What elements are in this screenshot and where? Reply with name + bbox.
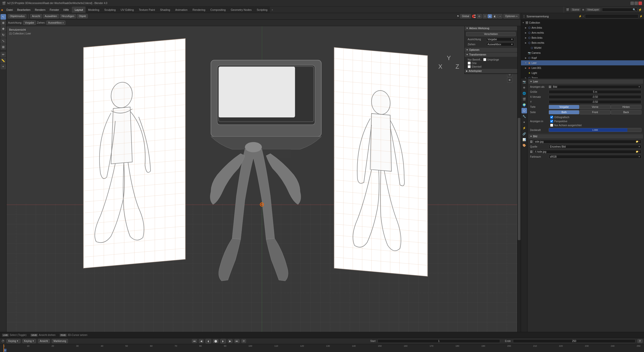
tiefe-hinten[interactable]: Hinten bbox=[611, 105, 641, 109]
tab-animation[interactable]: Animation bbox=[173, 7, 190, 13]
auswaehlen-menu[interactable]: Auswählen bbox=[43, 14, 59, 18]
play-button[interactable]: ⏵ bbox=[220, 339, 226, 343]
tool-rotate[interactable]: ↻ bbox=[1, 32, 6, 38]
props-tab-modifiers[interactable]: 🔧 bbox=[521, 114, 527, 119]
transformieren-header[interactable]: ▼ Transformieren bbox=[465, 53, 517, 57]
props-tab-material[interactable]: 🎨 bbox=[521, 143, 527, 148]
tab-add[interactable]: + bbox=[270, 7, 274, 13]
active-tool-header[interactable]: ▼ Aktives Werkzeug bbox=[465, 26, 517, 30]
tab-shading[interactable]: Shading bbox=[157, 7, 173, 13]
props-tab-data[interactable]: 📊 bbox=[521, 137, 527, 142]
tab-compositing[interactable]: Compositing bbox=[208, 7, 228, 13]
hinzufuegen-menu[interactable]: Hinzufügen bbox=[60, 14, 76, 18]
play-reverse-button[interactable]: ⏴ bbox=[206, 339, 211, 343]
tiefe-vorne[interactable]: Vorne bbox=[580, 105, 610, 109]
tool-scale[interactable]: ⤡ bbox=[1, 38, 6, 44]
filter-icon[interactable]: ⚡ bbox=[638, 8, 642, 12]
tab-layout[interactable]: Layout bbox=[72, 7, 86, 13]
stop-button[interactable]: ⬤ bbox=[213, 339, 218, 343]
prev-frame-button[interactable]: ◀ bbox=[199, 339, 204, 343]
tree-item-bein-links[interactable]: ▶ ⬡ Bein-links 👁 bbox=[521, 35, 644, 40]
seite-front[interactable]: Front bbox=[580, 110, 610, 114]
outliner-sync-btn[interactable]: ↕ bbox=[583, 15, 584, 18]
elternteil-checkbox[interactable] bbox=[468, 65, 471, 68]
seite-back[interactable]: Back bbox=[611, 110, 641, 114]
props-tab-view[interactable]: 🌐 bbox=[521, 91, 527, 96]
markierung-button[interactable]: Markierung bbox=[52, 339, 68, 343]
props-tab-world[interactable]: 🌍 bbox=[521, 102, 527, 108]
wiedergabe-button[interactable]: Keying ▼ bbox=[7, 339, 20, 343]
options-menu[interactable]: Optionen » bbox=[503, 14, 519, 18]
ausrichtung-value[interactable]: Vorgabe bbox=[23, 21, 36, 25]
tab-uv-editing[interactable]: UV Editing bbox=[118, 7, 136, 13]
tab-sculpting[interactable]: Sculpting bbox=[102, 7, 118, 13]
keying-button[interactable]: Keying ▼ bbox=[22, 339, 36, 343]
props-tab-particles[interactable]: ✦ bbox=[521, 119, 527, 125]
objekt-menu[interactable]: Objekt bbox=[77, 14, 88, 18]
tree-item-torso[interactable]: ▶ ⬡ Torso 👁 bbox=[521, 75, 644, 78]
props-tab-render[interactable]: 📷 bbox=[521, 79, 527, 84]
frame-end-input[interactable]: 250 bbox=[513, 339, 635, 343]
menu-hilfe[interactable]: Hilfe bbox=[61, 8, 71, 12]
bild-section-header[interactable]: ▼ Bild bbox=[529, 134, 643, 139]
tiefe-vorgabe[interactable]: Vorgabe bbox=[549, 105, 579, 109]
browse-icon[interactable]: 📁 bbox=[636, 140, 638, 143]
achsen-checkbox[interactable] bbox=[550, 124, 553, 127]
tool-add[interactable]: + bbox=[1, 64, 6, 69]
filepath-browse-icon[interactable]: 📁 bbox=[636, 150, 638, 153]
shading-solid[interactable]: ● bbox=[488, 14, 492, 18]
outliner-filter-btn[interactable]: ⚡ bbox=[579, 15, 582, 18]
tree-item-bein-rechts[interactable]: ▶ ⬡ Bein-rechts 👁 bbox=[521, 40, 644, 45]
viewlayer-label[interactable]: ViewLayer bbox=[586, 8, 600, 11]
props-tab-output[interactable]: ⊕ bbox=[521, 85, 527, 90]
tree-item-wuerfel[interactable]: ⬡ Würfel 👁 bbox=[521, 45, 644, 50]
frame-all-button[interactable]: ⊞ bbox=[507, 77, 512, 82]
menu-bearbeiten[interactable]: Bearbeiten bbox=[15, 8, 32, 12]
deckkraft-slider[interactable]: 1.000 bbox=[549, 128, 641, 132]
frame-start-input[interactable]: 1 bbox=[378, 339, 500, 343]
tree-item-arm-links[interactable]: ▶ ⬡ Arm-links 👁 ⊕ bbox=[521, 25, 644, 30]
timeline-ansicht-button[interactable]: Ansicht bbox=[38, 339, 50, 343]
tree-item-camera[interactable]: 📷 Camera 👁 bbox=[521, 50, 644, 55]
y-input[interactable]: -0.50 bbox=[549, 100, 641, 104]
tree-item-arm-rechts[interactable]: ▶ ⬡ Arm-rechts 👁 bbox=[521, 30, 644, 35]
arbeitsplatz-header[interactable]: ▶ Arbeitsplatz bbox=[465, 69, 517, 73]
go-start-button[interactable]: ⏮ bbox=[192, 339, 197, 343]
tool-transform[interactable]: ⊞ bbox=[1, 44, 6, 50]
maximize-button[interactable] bbox=[634, 2, 638, 5]
shading-mat[interactable]: ◐ bbox=[492, 14, 498, 18]
tree-item-leer-001[interactable]: ▶ ⊕ Leer.001 👁 bbox=[521, 65, 644, 70]
tree-item-kopf[interactable]: ▶ ⬡ Kopf 👁 bbox=[521, 55, 644, 60]
tab-scripting[interactable]: Scripting bbox=[254, 7, 270, 13]
tree-item-leer[interactable]: ▼ ⊕ Leer 👁 bbox=[521, 60, 644, 65]
outliner-search-btn[interactable]: ⚡ bbox=[639, 15, 642, 18]
close-button[interactable] bbox=[638, 2, 642, 5]
shading-render[interactable]: ○ bbox=[498, 14, 502, 18]
tree-item-collection[interactable]: ▼ 🎬 Collection 👁 ⊕ bbox=[521, 20, 644, 25]
orthografisch-checkbox[interactable] bbox=[550, 116, 553, 119]
menu-rendern[interactable]: Rendern bbox=[33, 8, 47, 12]
groesse-input[interactable]: 5 m bbox=[549, 90, 641, 94]
props-tab-object[interactable]: ⬡ bbox=[521, 108, 527, 113]
seite-both[interactable]: Both bbox=[549, 110, 579, 114]
orte-checkbox[interactable] bbox=[468, 62, 471, 65]
outliner-search-input[interactable] bbox=[585, 14, 638, 18]
x-versatz-input[interactable]: -0.50 bbox=[549, 95, 641, 99]
menu-datei[interactable]: Datei bbox=[4, 8, 15, 12]
ziehen-value[interactable]: Auswahlbox » bbox=[46, 21, 65, 25]
mode-select[interactable]: Objektmodus bbox=[8, 14, 26, 18]
tab-rendering[interactable]: Rendering bbox=[190, 7, 208, 13]
timeline-body[interactable]: 1 10 20 30 40 50 60 70 80 90 100 110 120… bbox=[0, 344, 644, 352]
ansicht-menu[interactable]: Ansicht bbox=[30, 14, 42, 18]
tab-modeling[interactable]: Modeling bbox=[86, 7, 102, 13]
minimize-button[interactable] bbox=[630, 2, 634, 5]
leer-section-header[interactable]: ▼ Leer bbox=[529, 79, 643, 84]
snap-icon[interactable]: 🧲 bbox=[472, 15, 476, 18]
optionen-header[interactable]: ▼ Optionen bbox=[465, 48, 517, 52]
props-tab-scene[interactable]: 🎬 bbox=[521, 96, 527, 102]
tool-move[interactable]: ✥ bbox=[1, 26, 6, 32]
tool-cursor[interactable]: ⊕ bbox=[1, 20, 6, 26]
props-tab-physics[interactable]: ⚡ bbox=[521, 125, 527, 131]
tab-texture-paint[interactable]: Texture Paint bbox=[136, 7, 157, 13]
go-end-button[interactable]: ⏭ bbox=[234, 339, 239, 343]
